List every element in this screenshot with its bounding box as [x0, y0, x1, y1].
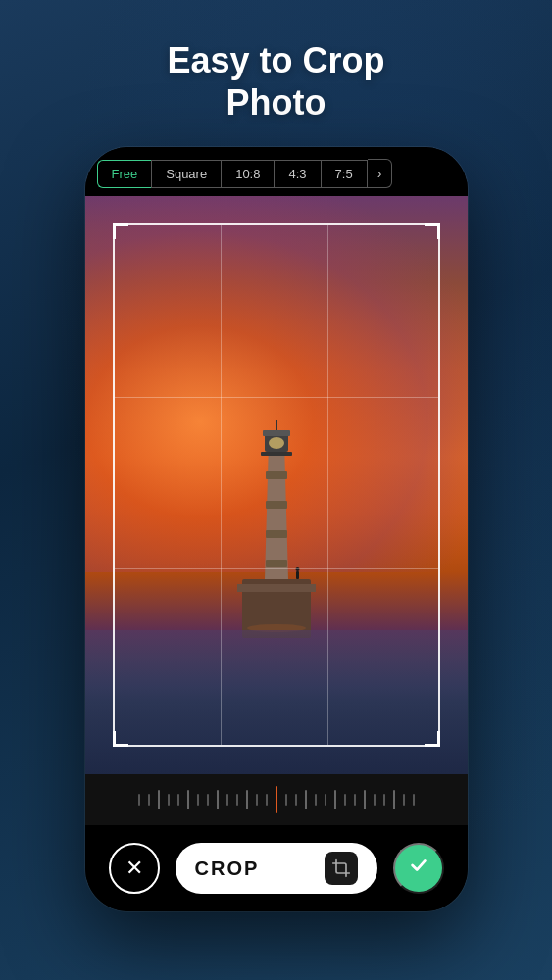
cancel-button[interactable]: ✕: [109, 843, 160, 894]
confirm-button[interactable]: [393, 843, 444, 894]
aspect-ratio-tabs: Free Square 10:8 4:3 7:5 ›: [85, 147, 468, 196]
crop-label: CROP: [195, 858, 260, 880]
tick: [207, 794, 209, 806]
svg-marker-2: [265, 442, 288, 579]
phone-mockup: Free Square 10:8 4:3 7:5 ›: [85, 147, 468, 911]
tab-7x5[interactable]: 7:5: [321, 160, 368, 188]
action-bar: ✕ CROP: [85, 825, 468, 911]
tick: [148, 794, 150, 806]
svg-rect-11: [261, 452, 292, 456]
confirm-icon: [408, 855, 429, 882]
tick: [344, 794, 346, 806]
image-area: [85, 196, 468, 774]
tick: [138, 794, 140, 806]
crop-pill: CROP: [176, 843, 377, 894]
tick: [295, 794, 297, 806]
cancel-icon: ✕: [125, 856, 143, 881]
tick-major: [334, 790, 336, 809]
tick: [285, 794, 287, 806]
tick: [226, 794, 228, 806]
lighthouse-illustration: [237, 413, 316, 648]
tick-major: [364, 790, 366, 809]
crop-tool-icon: [331, 858, 351, 878]
tick: [168, 794, 170, 806]
svg-rect-13: [296, 571, 299, 579]
tick-container: [101, 786, 452, 813]
photo-canvas: [85, 196, 468, 774]
tick: [177, 794, 179, 806]
svg-point-9: [269, 437, 284, 449]
tick-major: [217, 790, 219, 809]
svg-rect-4: [266, 501, 287, 509]
tick: [256, 794, 258, 806]
water-area: [85, 630, 468, 775]
tick-major: [187, 790, 189, 809]
crop-icon-box: [325, 852, 358, 885]
svg-point-14: [295, 567, 299, 571]
tick: [354, 794, 356, 806]
tick: [266, 794, 268, 806]
tab-10x8[interactable]: 10:8: [221, 160, 274, 188]
tick-major: [158, 790, 160, 809]
tick: [325, 794, 326, 806]
tick: [374, 794, 376, 806]
tab-more[interactable]: ›: [368, 159, 393, 188]
svg-rect-1: [237, 584, 316, 592]
tick: [403, 794, 405, 806]
tick: [315, 794, 317, 806]
svg-rect-3: [266, 471, 287, 479]
tick: [236, 794, 238, 806]
svg-rect-8: [263, 430, 290, 436]
rotation-slider[interactable]: [85, 774, 468, 825]
tick: [197, 794, 199, 806]
svg-rect-6: [266, 560, 287, 567]
tick-major: [393, 790, 395, 809]
tab-4x3[interactable]: 4:3: [274, 160, 320, 188]
slider-track: [85, 774, 468, 825]
svg-rect-5: [266, 530, 287, 538]
page-title: Easy to CropPhoto: [167, 39, 384, 123]
tab-square[interactable]: Square: [151, 160, 221, 188]
tab-free[interactable]: Free: [97, 160, 152, 188]
tick-major: [305, 790, 307, 809]
tick: [413, 794, 415, 806]
tick: [383, 794, 385, 806]
tick-center: [276, 786, 277, 813]
tick-major: [246, 790, 248, 809]
